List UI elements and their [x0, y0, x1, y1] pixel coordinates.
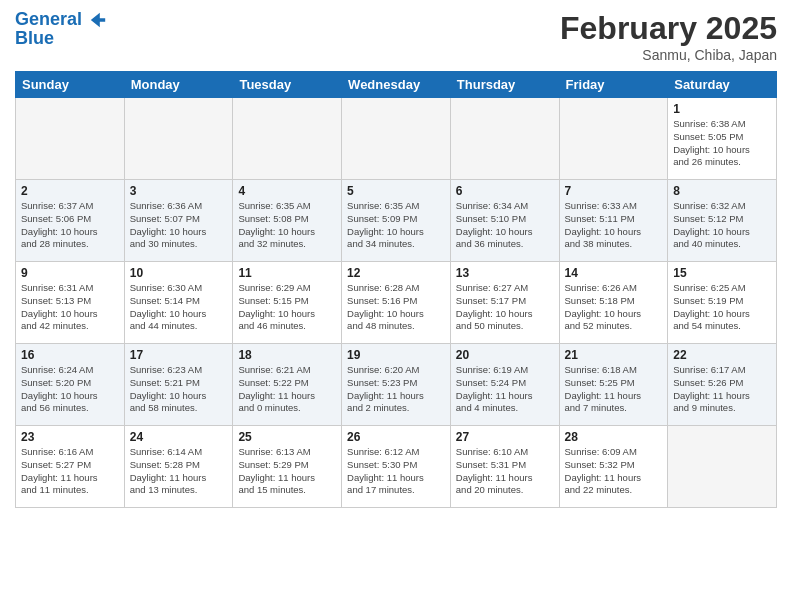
- day-number: 20: [456, 348, 554, 362]
- table-row: 23Sunrise: 6:16 AMSunset: 5:27 PMDayligh…: [16, 426, 125, 508]
- day-number: 5: [347, 184, 445, 198]
- day-number: 13: [456, 266, 554, 280]
- day-number: 15: [673, 266, 771, 280]
- table-row: [124, 98, 233, 180]
- day-info: Sunrise: 6:37 AMSunset: 5:06 PMDaylight:…: [21, 200, 119, 251]
- day-number: 28: [565, 430, 663, 444]
- day-number: 27: [456, 430, 554, 444]
- calendar-week-row: 16Sunrise: 6:24 AMSunset: 5:20 PMDayligh…: [16, 344, 777, 426]
- day-info: Sunrise: 6:30 AMSunset: 5:14 PMDaylight:…: [130, 282, 228, 333]
- day-info: Sunrise: 6:09 AMSunset: 5:32 PMDaylight:…: [565, 446, 663, 497]
- day-number: 17: [130, 348, 228, 362]
- calendar-week-row: 23Sunrise: 6:16 AMSunset: 5:27 PMDayligh…: [16, 426, 777, 508]
- table-row: 20Sunrise: 6:19 AMSunset: 5:24 PMDayligh…: [450, 344, 559, 426]
- day-number: 25: [238, 430, 336, 444]
- day-number: 24: [130, 430, 228, 444]
- table-row: 2Sunrise: 6:37 AMSunset: 5:06 PMDaylight…: [16, 180, 125, 262]
- table-row: 6Sunrise: 6:34 AMSunset: 5:10 PMDaylight…: [450, 180, 559, 262]
- table-row: 3Sunrise: 6:36 AMSunset: 5:07 PMDaylight…: [124, 180, 233, 262]
- table-row: 10Sunrise: 6:30 AMSunset: 5:14 PMDayligh…: [124, 262, 233, 344]
- day-number: 2: [21, 184, 119, 198]
- col-sunday: Sunday: [16, 72, 125, 98]
- day-number: 9: [21, 266, 119, 280]
- calendar-week-row: 9Sunrise: 6:31 AMSunset: 5:13 PMDaylight…: [16, 262, 777, 344]
- table-row: 18Sunrise: 6:21 AMSunset: 5:22 PMDayligh…: [233, 344, 342, 426]
- table-row: 5Sunrise: 6:35 AMSunset: 5:09 PMDaylight…: [342, 180, 451, 262]
- day-info: Sunrise: 6:18 AMSunset: 5:25 PMDaylight:…: [565, 364, 663, 415]
- day-number: 14: [565, 266, 663, 280]
- day-info: Sunrise: 6:23 AMSunset: 5:21 PMDaylight:…: [130, 364, 228, 415]
- col-friday: Friday: [559, 72, 668, 98]
- calendar-week-row: 1Sunrise: 6:38 AMSunset: 5:05 PMDaylight…: [16, 98, 777, 180]
- table-row: 19Sunrise: 6:20 AMSunset: 5:23 PMDayligh…: [342, 344, 451, 426]
- day-info: Sunrise: 6:27 AMSunset: 5:17 PMDaylight:…: [456, 282, 554, 333]
- logo: General Blue: [15, 10, 107, 49]
- day-number: 21: [565, 348, 663, 362]
- day-number: 8: [673, 184, 771, 198]
- day-number: 19: [347, 348, 445, 362]
- day-info: Sunrise: 6:33 AMSunset: 5:11 PMDaylight:…: [565, 200, 663, 251]
- logo-blue: Blue: [15, 28, 107, 49]
- day-info: Sunrise: 6:25 AMSunset: 5:19 PMDaylight:…: [673, 282, 771, 333]
- day-info: Sunrise: 6:16 AMSunset: 5:27 PMDaylight:…: [21, 446, 119, 497]
- day-number: 6: [456, 184, 554, 198]
- header: General Blue February 2025 Sanmu, Chiba,…: [15, 10, 777, 63]
- calendar-header-row: Sunday Monday Tuesday Wednesday Thursday…: [16, 72, 777, 98]
- table-row: 15Sunrise: 6:25 AMSunset: 5:19 PMDayligh…: [668, 262, 777, 344]
- day-info: Sunrise: 6:28 AMSunset: 5:16 PMDaylight:…: [347, 282, 445, 333]
- table-row: 14Sunrise: 6:26 AMSunset: 5:18 PMDayligh…: [559, 262, 668, 344]
- table-row: [450, 98, 559, 180]
- day-number: 7: [565, 184, 663, 198]
- day-number: 18: [238, 348, 336, 362]
- calendar-week-row: 2Sunrise: 6:37 AMSunset: 5:06 PMDaylight…: [16, 180, 777, 262]
- day-info: Sunrise: 6:31 AMSunset: 5:13 PMDaylight:…: [21, 282, 119, 333]
- svg-marker-0: [91, 13, 105, 27]
- col-monday: Monday: [124, 72, 233, 98]
- day-info: Sunrise: 6:10 AMSunset: 5:31 PMDaylight:…: [456, 446, 554, 497]
- day-info: Sunrise: 6:12 AMSunset: 5:30 PMDaylight:…: [347, 446, 445, 497]
- month-title: February 2025: [560, 10, 777, 47]
- day-number: 10: [130, 266, 228, 280]
- day-info: Sunrise: 6:17 AMSunset: 5:26 PMDaylight:…: [673, 364, 771, 415]
- table-row: 7Sunrise: 6:33 AMSunset: 5:11 PMDaylight…: [559, 180, 668, 262]
- table-row: 12Sunrise: 6:28 AMSunset: 5:16 PMDayligh…: [342, 262, 451, 344]
- col-thursday: Thursday: [450, 72, 559, 98]
- day-number: 3: [130, 184, 228, 198]
- table-row: [342, 98, 451, 180]
- table-row: 17Sunrise: 6:23 AMSunset: 5:21 PMDayligh…: [124, 344, 233, 426]
- title-block: February 2025 Sanmu, Chiba, Japan: [560, 10, 777, 63]
- table-row: 8Sunrise: 6:32 AMSunset: 5:12 PMDaylight…: [668, 180, 777, 262]
- table-row: [16, 98, 125, 180]
- table-row: [233, 98, 342, 180]
- table-row: 24Sunrise: 6:14 AMSunset: 5:28 PMDayligh…: [124, 426, 233, 508]
- day-number: 22: [673, 348, 771, 362]
- table-row: 16Sunrise: 6:24 AMSunset: 5:20 PMDayligh…: [16, 344, 125, 426]
- day-number: 1: [673, 102, 771, 116]
- table-row: [559, 98, 668, 180]
- page-container: General Blue February 2025 Sanmu, Chiba,…: [0, 0, 792, 513]
- table-row: 25Sunrise: 6:13 AMSunset: 5:29 PMDayligh…: [233, 426, 342, 508]
- logo-text: General: [15, 10, 107, 30]
- table-row: 11Sunrise: 6:29 AMSunset: 5:15 PMDayligh…: [233, 262, 342, 344]
- day-info: Sunrise: 6:19 AMSunset: 5:24 PMDaylight:…: [456, 364, 554, 415]
- day-info: Sunrise: 6:36 AMSunset: 5:07 PMDaylight:…: [130, 200, 228, 251]
- table-row: 9Sunrise: 6:31 AMSunset: 5:13 PMDaylight…: [16, 262, 125, 344]
- day-number: 12: [347, 266, 445, 280]
- day-number: 26: [347, 430, 445, 444]
- day-info: Sunrise: 6:26 AMSunset: 5:18 PMDaylight:…: [565, 282, 663, 333]
- table-row: 13Sunrise: 6:27 AMSunset: 5:17 PMDayligh…: [450, 262, 559, 344]
- calendar: Sunday Monday Tuesday Wednesday Thursday…: [15, 71, 777, 508]
- day-info: Sunrise: 6:24 AMSunset: 5:20 PMDaylight:…: [21, 364, 119, 415]
- day-info: Sunrise: 6:34 AMSunset: 5:10 PMDaylight:…: [456, 200, 554, 251]
- table-row: 28Sunrise: 6:09 AMSunset: 5:32 PMDayligh…: [559, 426, 668, 508]
- day-info: Sunrise: 6:35 AMSunset: 5:09 PMDaylight:…: [347, 200, 445, 251]
- day-number: 11: [238, 266, 336, 280]
- day-info: Sunrise: 6:13 AMSunset: 5:29 PMDaylight:…: [238, 446, 336, 497]
- day-info: Sunrise: 6:38 AMSunset: 5:05 PMDaylight:…: [673, 118, 771, 169]
- table-row: 22Sunrise: 6:17 AMSunset: 5:26 PMDayligh…: [668, 344, 777, 426]
- day-info: Sunrise: 6:20 AMSunset: 5:23 PMDaylight:…: [347, 364, 445, 415]
- day-info: Sunrise: 6:29 AMSunset: 5:15 PMDaylight:…: [238, 282, 336, 333]
- col-wednesday: Wednesday: [342, 72, 451, 98]
- day-info: Sunrise: 6:21 AMSunset: 5:22 PMDaylight:…: [238, 364, 336, 415]
- logo-arrow-icon: [89, 11, 107, 29]
